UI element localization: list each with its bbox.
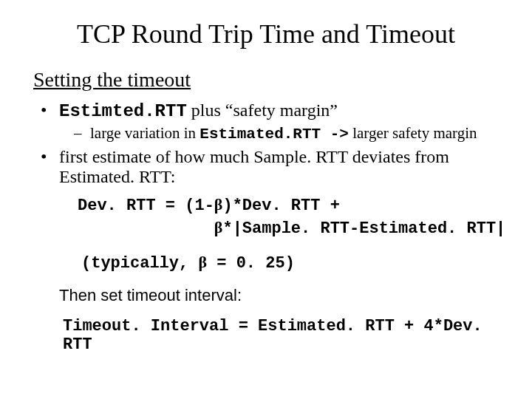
bullet-2: first estimate of how much Sample. RTT d… — [41, 147, 499, 187]
formula-line2-b: *|Sample. RTT-Estimated. RTT| — [222, 219, 505, 238]
sub-bullet-1-text-a: large variation in — [90, 124, 200, 142]
formula-line1-a: Dev. RTT = (1- — [78, 197, 214, 215]
typical-a: (typically, — [81, 254, 198, 273]
beta-symbol-2: β — [214, 218, 223, 236]
section-heading: Setting the timeout — [33, 68, 499, 92]
bullet-1: Estimted.RTT plus “safety margin” large … — [41, 100, 499, 143]
typical-value: (typically, β = 0. 25) — [81, 253, 499, 273]
sub-bullet-list: large variation in Estimated.RTT -> larg… — [74, 124, 499, 143]
sub-bullet-1-code: Estimated.RTT -> — [200, 126, 349, 143]
formula-timeout: Timeout. Interval = Estimated. RTT + 4*D… — [63, 317, 499, 354]
formula-line2-pad — [78, 219, 214, 238]
beta-symbol-3: β — [198, 253, 207, 271]
slide: TCP Round Trip Time and Timeout Setting … — [0, 0, 532, 399]
slide-title: TCP Round Trip Time and Timeout — [33, 18, 499, 50]
formula-line1-b: )*Dev. RTT + — [222, 197, 339, 215]
bullet-1-text: plus “safety margin” — [187, 100, 338, 120]
sub-bullet-1-text-b: larger safety margin — [349, 124, 477, 142]
bullet-list: Estimted.RTT plus “safety margin” large … — [41, 100, 499, 187]
beta-symbol: β — [214, 195, 223, 214]
formula-devrtt: Dev. RTT = (1-β)*Dev. RTT + β*|Sample. R… — [78, 194, 499, 239]
bullet-1-code: Estimted.RTT — [59, 101, 187, 121]
sub-bullet-1: large variation in Estimated.RTT -> larg… — [74, 124, 499, 143]
then-text: Then set timeout interval: — [59, 286, 499, 305]
typical-b: = 0. 25) — [207, 254, 295, 273]
bullet-2-text: first estimate of how much Sample. RTT d… — [59, 147, 449, 186]
